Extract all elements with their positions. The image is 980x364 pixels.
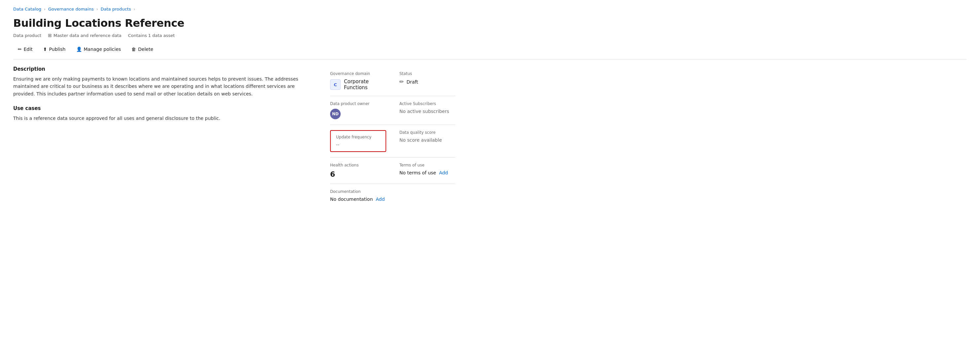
delete-label: Delete <box>138 46 153 52</box>
update-quality-section: Update frequency -- Data quality score N… <box>330 125 455 158</box>
toolbar: ✏️ Edit ⬆ Publish 👤 Manage policies 🗑 De… <box>13 45 967 54</box>
governance-status-row: Governance domain C Corporate Functions … <box>330 71 455 91</box>
page-type: Data product <box>13 33 41 38</box>
edit-button[interactable]: ✏️ Edit <box>13 45 37 54</box>
delete-button[interactable]: 🗑 Delete <box>127 45 158 54</box>
terms-cell: Terms of use No terms of use Add <box>399 163 455 178</box>
breadcrumb-data-catalog[interactable]: Data Catalog <box>13 6 41 11</box>
page-category: ⊞ Master data and reference data <box>48 33 121 38</box>
subscribers-cell: Active Subscribers No active subscribers <box>399 101 455 119</box>
terms-value: No terms of use <box>399 170 436 176</box>
health-terms-row: Health actions 6 Terms of use No terms o… <box>330 163 455 178</box>
governance-status-section: Governance domain C Corporate Functions … <box>330 66 455 96</box>
publish-icon: ⬆ <box>43 46 47 52</box>
status-value-row: ✏️ Draft <box>399 78 455 85</box>
governance-domain-value-row: C Corporate Functions <box>330 78 386 91</box>
manage-policies-label: Manage policies <box>84 46 121 52</box>
domain-avatar: C <box>330 79 340 90</box>
right-panel: Governance domain C Corporate Functions … <box>330 66 455 207</box>
update-quality-row: Update frequency -- Data quality score N… <box>330 130 455 152</box>
documentation-add-link[interactable]: Add <box>375 196 385 202</box>
terms-add-link[interactable]: Add <box>439 170 448 176</box>
manage-policies-button[interactable]: 👤 Manage policies <box>72 45 126 54</box>
description-text: Ensuring we are only making payments to … <box>13 75 310 97</box>
owner-label: Data product owner <box>330 101 386 106</box>
category-icon: ⊞ <box>48 33 52 38</box>
documentation-value: No documentation <box>330 196 373 202</box>
update-freq-label: Update frequency <box>336 135 380 139</box>
toolbar-divider <box>13 59 967 59</box>
page-container: Data Catalog › Governance domains › Data… <box>0 0 980 364</box>
quality-score-value: No score available <box>399 137 455 143</box>
health-value: 6 <box>330 170 386 178</box>
left-panel: Description Ensuring we are only making … <box>13 66 310 207</box>
publish-label: Publish <box>49 46 66 52</box>
page-assets: Contains 1 data asset <box>128 33 175 38</box>
documentation-label: Documentation <box>330 189 455 194</box>
subscribers-label: Active Subscribers <box>399 101 455 106</box>
publish-button[interactable]: ⬆ Publish <box>39 45 70 54</box>
update-freq-value: -- <box>336 142 380 147</box>
health-cell: Health actions 6 <box>330 163 386 178</box>
main-content: Description Ensuring we are only making … <box>13 66 967 207</box>
page-title: Building Locations Reference <box>13 17 967 29</box>
delete-icon: 🗑 <box>131 46 136 52</box>
category-label: Master data and reference data <box>54 33 121 38</box>
owner-subscribers-row: Data product owner ND Active Subscribers… <box>330 101 455 119</box>
update-freq-box: Update frequency -- <box>330 130 386 152</box>
domain-name[interactable]: Corporate Functions <box>344 78 386 91</box>
breadcrumb-sep-1: › <box>44 7 46 11</box>
quality-score-label: Data quality score <box>399 130 455 135</box>
update-freq-cell: Update frequency -- <box>330 130 386 152</box>
breadcrumb: Data Catalog › Governance domains › Data… <box>13 6 967 11</box>
description-heading: Description <box>13 66 310 72</box>
breadcrumb-governance-domains[interactable]: Governance domains <box>48 6 94 11</box>
breadcrumb-sep-2: › <box>96 7 98 11</box>
subscribers-value: No active subscribers <box>399 109 455 114</box>
breadcrumb-sep-3: › <box>134 7 135 11</box>
manage-policies-icon: 👤 <box>76 46 82 52</box>
status-value: Draft <box>406 79 418 85</box>
owner-subscribers-section: Data product owner ND Active Subscribers… <box>330 96 455 125</box>
health-label: Health actions <box>330 163 386 168</box>
terms-value-row: No terms of use Add <box>399 170 455 176</box>
quality-score-cell: Data quality score No score available <box>399 130 455 152</box>
status-cell: Status ✏️ Draft <box>399 71 455 91</box>
terms-label: Terms of use <box>399 163 455 168</box>
governance-domain-label: Governance domain <box>330 71 386 76</box>
owner-cell: Data product owner ND <box>330 101 386 119</box>
edit-icon: ✏️ <box>18 46 22 52</box>
documentation-value-row: No documentation Add <box>330 196 455 202</box>
draft-icon: ✏️ <box>399 78 404 85</box>
use-cases-text: This is a reference data source approved… <box>13 115 310 122</box>
edit-label: Edit <box>24 46 33 52</box>
use-cases-heading: Use cases <box>13 105 310 111</box>
documentation-section: Documentation No documentation Add <box>330 184 455 207</box>
status-label: Status <box>399 71 455 76</box>
page-meta: Data product ⊞ Master data and reference… <box>13 33 967 38</box>
owner-avatar[interactable]: ND <box>330 109 340 119</box>
governance-domain-cell: Governance domain C Corporate Functions <box>330 71 386 91</box>
health-terms-section: Health actions 6 Terms of use No terms o… <box>330 158 455 184</box>
breadcrumb-data-products[interactable]: Data products <box>101 6 131 11</box>
